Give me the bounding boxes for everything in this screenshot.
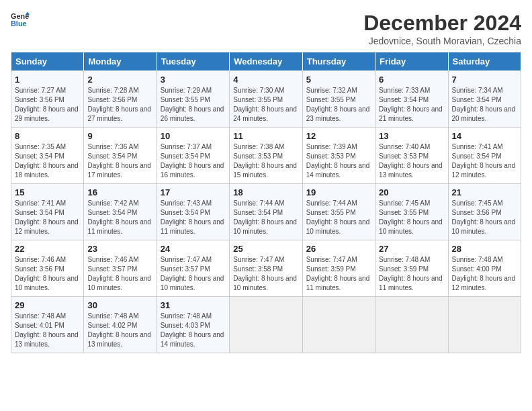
day-info: Sunrise: 7:29 AMSunset: 3:55 PMDaylight:…	[161, 86, 226, 124]
day-info: Sunrise: 7:48 AMSunset: 3:59 PMDaylight:…	[379, 255, 444, 293]
day-cell-3: 3Sunrise: 7:29 AMSunset: 3:55 PMDaylight…	[157, 71, 229, 128]
header-friday: Friday	[375, 52, 448, 71]
calendar-table: SundayMondayTuesdayWednesdayThursdayFrid…	[11, 52, 521, 353]
day-number: 31	[161, 300, 226, 310]
day-info: Sunrise: 7:45 AMSunset: 3:55 PMDaylight:…	[379, 199, 444, 236]
day-info: Sunrise: 7:40 AMSunset: 3:53 PMDaylight:…	[379, 142, 444, 180]
day-cell-13: 13Sunrise: 7:40 AMSunset: 3:53 PMDayligh…	[375, 128, 448, 184]
header-wednesday: Wednesday	[230, 52, 302, 71]
day-cell-26: 26Sunrise: 7:47 AMSunset: 3:59 PMDayligh…	[302, 240, 375, 297]
day-cell-20: 20Sunrise: 7:45 AMSunset: 3:55 PMDayligh…	[375, 184, 448, 240]
header-row: SundayMondayTuesdayWednesdayThursdayFrid…	[11, 52, 521, 71]
day-cell-21: 21Sunrise: 7:45 AMSunset: 3:56 PMDayligh…	[448, 184, 521, 240]
week-row-2: 8Sunrise: 7:35 AMSunset: 3:54 PMDaylight…	[11, 128, 521, 184]
day-cell-12: 12Sunrise: 7:39 AMSunset: 3:53 PMDayligh…	[302, 128, 375, 184]
day-number: 29	[15, 300, 80, 310]
day-number: 3	[161, 75, 226, 85]
logo-icon: General Blue	[11, 11, 30, 30]
week-row-4: 22Sunrise: 7:46 AMSunset: 3:56 PMDayligh…	[11, 240, 521, 297]
day-info: Sunrise: 7:33 AMSunset: 3:54 PMDaylight:…	[379, 86, 444, 124]
day-cell-22: 22Sunrise: 7:46 AMSunset: 3:56 PMDayligh…	[11, 240, 84, 297]
day-info: Sunrise: 7:35 AMSunset: 3:54 PMDaylight:…	[15, 142, 80, 180]
logo: General Blue	[11, 11, 30, 30]
month-title: December 2024	[363, 11, 521, 36]
day-info: Sunrise: 7:48 AMSunset: 4:01 PMDaylight:…	[15, 312, 80, 349]
day-cell-27: 27Sunrise: 7:48 AMSunset: 3:59 PMDayligh…	[375, 240, 448, 297]
day-cell-17: 17Sunrise: 7:43 AMSunset: 3:54 PMDayligh…	[157, 184, 229, 240]
day-cell-5: 5Sunrise: 7:32 AMSunset: 3:55 PMDaylight…	[302, 71, 375, 128]
day-number: 12	[306, 131, 371, 141]
day-number: 14	[452, 131, 517, 141]
day-cell-6: 6Sunrise: 7:33 AMSunset: 3:54 PMDaylight…	[375, 71, 448, 128]
day-number: 15	[15, 187, 80, 197]
day-info: Sunrise: 7:47 AMSunset: 3:59 PMDaylight:…	[306, 255, 371, 293]
calendar-header: SundayMondayTuesdayWednesdayThursdayFrid…	[11, 52, 521, 71]
day-info: Sunrise: 7:46 AMSunset: 3:56 PMDaylight:…	[15, 255, 80, 293]
day-number: 30	[87, 300, 152, 310]
day-cell-25: 25Sunrise: 7:47 AMSunset: 3:58 PMDayligh…	[230, 240, 302, 297]
header-monday: Monday	[84, 52, 157, 71]
day-info: Sunrise: 7:47 AMSunset: 3:57 PMDaylight:…	[161, 255, 226, 293]
day-number: 28	[452, 244, 517, 254]
day-info: Sunrise: 7:32 AMSunset: 3:55 PMDaylight:…	[306, 86, 371, 124]
header-sunday: Sunday	[11, 52, 84, 71]
day-cell-7: 7Sunrise: 7:34 AMSunset: 3:54 PMDaylight…	[448, 71, 521, 128]
day-number: 16	[87, 187, 152, 197]
empty-cell	[448, 297, 521, 353]
day-info: Sunrise: 7:39 AMSunset: 3:53 PMDaylight:…	[306, 142, 371, 180]
day-cell-15: 15Sunrise: 7:41 AMSunset: 3:54 PMDayligh…	[11, 184, 84, 240]
day-info: Sunrise: 7:30 AMSunset: 3:55 PMDaylight:…	[233, 86, 298, 124]
header-thursday: Thursday	[302, 52, 375, 71]
day-cell-18: 18Sunrise: 7:44 AMSunset: 3:54 PMDayligh…	[230, 184, 302, 240]
day-info: Sunrise: 7:38 AMSunset: 3:53 PMDaylight:…	[233, 142, 298, 180]
day-cell-1: 1Sunrise: 7:27 AMSunset: 3:56 PMDaylight…	[11, 71, 84, 128]
empty-cell	[375, 297, 448, 353]
day-info: Sunrise: 7:36 AMSunset: 3:54 PMDaylight:…	[87, 142, 152, 180]
day-info: Sunrise: 7:43 AMSunset: 3:54 PMDaylight:…	[161, 199, 226, 236]
day-number: 23	[87, 244, 152, 254]
day-cell-29: 29Sunrise: 7:48 AMSunset: 4:01 PMDayligh…	[11, 297, 84, 353]
day-number: 17	[161, 187, 226, 197]
day-number: 8	[15, 131, 80, 141]
day-number: 4	[233, 75, 298, 85]
day-info: Sunrise: 7:45 AMSunset: 3:56 PMDaylight:…	[452, 199, 517, 236]
day-info: Sunrise: 7:48 AMSunset: 4:00 PMDaylight:…	[452, 255, 517, 293]
day-cell-28: 28Sunrise: 7:48 AMSunset: 4:00 PMDayligh…	[448, 240, 521, 297]
day-cell-4: 4Sunrise: 7:30 AMSunset: 3:55 PMDaylight…	[230, 71, 302, 128]
day-number: 7	[452, 75, 517, 85]
day-cell-31: 31Sunrise: 7:48 AMSunset: 4:03 PMDayligh…	[157, 297, 229, 353]
day-info: Sunrise: 7:41 AMSunset: 3:54 PMDaylight:…	[452, 142, 517, 180]
day-cell-23: 23Sunrise: 7:46 AMSunset: 3:57 PMDayligh…	[84, 240, 157, 297]
day-info: Sunrise: 7:48 AMSunset: 4:03 PMDaylight:…	[161, 312, 226, 349]
day-number: 10	[161, 131, 226, 141]
day-number: 27	[379, 244, 444, 254]
day-info: Sunrise: 7:46 AMSunset: 3:57 PMDaylight:…	[87, 255, 152, 293]
day-cell-2: 2Sunrise: 7:28 AMSunset: 3:56 PMDaylight…	[84, 71, 157, 128]
day-info: Sunrise: 7:28 AMSunset: 3:56 PMDaylight:…	[87, 86, 152, 124]
day-cell-8: 8Sunrise: 7:35 AMSunset: 3:54 PMDaylight…	[11, 128, 84, 184]
week-row-5: 29Sunrise: 7:48 AMSunset: 4:01 PMDayligh…	[11, 297, 521, 353]
svg-text:Blue: Blue	[11, 19, 27, 28]
header-saturday: Saturday	[448, 52, 521, 71]
day-info: Sunrise: 7:48 AMSunset: 4:02 PMDaylight:…	[87, 312, 152, 349]
day-info: Sunrise: 7:27 AMSunset: 3:56 PMDaylight:…	[15, 86, 80, 124]
empty-cell	[302, 297, 375, 353]
day-cell-30: 30Sunrise: 7:48 AMSunset: 4:02 PMDayligh…	[84, 297, 157, 353]
day-number: 5	[306, 75, 371, 85]
day-cell-10: 10Sunrise: 7:37 AMSunset: 3:54 PMDayligh…	[157, 128, 229, 184]
week-row-3: 15Sunrise: 7:41 AMSunset: 3:54 PMDayligh…	[11, 184, 521, 240]
day-number: 24	[161, 244, 226, 254]
day-number: 19	[306, 187, 371, 197]
day-cell-11: 11Sunrise: 7:38 AMSunset: 3:53 PMDayligh…	[230, 128, 302, 184]
day-cell-16: 16Sunrise: 7:42 AMSunset: 3:54 PMDayligh…	[84, 184, 157, 240]
day-number: 13	[379, 131, 444, 141]
day-cell-14: 14Sunrise: 7:41 AMSunset: 3:54 PMDayligh…	[448, 128, 521, 184]
day-cell-9: 9Sunrise: 7:36 AMSunset: 3:54 PMDaylight…	[84, 128, 157, 184]
day-info: Sunrise: 7:47 AMSunset: 3:58 PMDaylight:…	[233, 255, 298, 293]
empty-cell	[230, 297, 302, 353]
day-cell-24: 24Sunrise: 7:47 AMSunset: 3:57 PMDayligh…	[157, 240, 229, 297]
subtitle: Jedovnice, South Moravian, Czechia	[363, 36, 521, 46]
day-info: Sunrise: 7:41 AMSunset: 3:54 PMDaylight:…	[15, 199, 80, 236]
day-number: 20	[379, 187, 444, 197]
day-info: Sunrise: 7:42 AMSunset: 3:54 PMDaylight:…	[87, 199, 152, 236]
